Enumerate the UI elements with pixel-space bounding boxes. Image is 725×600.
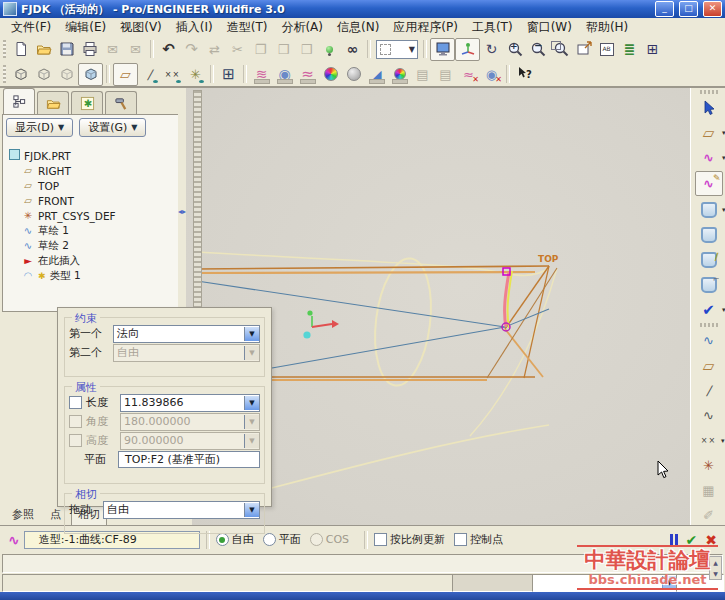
saved-analysis-pointer-icon[interactable]: ▤ [434, 64, 457, 85]
toolbar-drag-handle[interactable] [3, 65, 6, 83]
chevron-down-icon[interactable]: ▼ [244, 503, 259, 517]
tree-item-top[interactable]: ▱TOP [7, 178, 179, 193]
datum-planes-toggle-icon[interactable]: ▱ [113, 63, 138, 86]
first-constraint-select[interactable]: 法向▼ [113, 325, 260, 343]
folder-browser-tab[interactable] [37, 91, 69, 114]
control-points-checkbox[interactable]: 控制点 [454, 532, 503, 547]
section-curvature-icon[interactable]: ≈ [296, 64, 319, 85]
tree-item-insert-here[interactable]: ►在此插入 [7, 253, 179, 268]
menu-insert[interactable]: 插入(I) [169, 18, 220, 37]
datum-csys-toggle-icon[interactable]: ✳ [184, 64, 207, 85]
new-file-icon[interactable] [9, 39, 32, 60]
surface-trim-icon[interactable]: ∕ [696, 248, 722, 271]
delete-mesh-icon[interactable]: ◉✕ [480, 64, 503, 85]
tree-item-style-feature[interactable]: ◠✱类型 1 [7, 268, 179, 283]
style-surface-icon[interactable]: ▾ [696, 198, 722, 221]
print-icon[interactable] [78, 39, 101, 60]
menu-window[interactable]: 窗口(W) [520, 18, 579, 37]
saved-views-icon[interactable]: AB [595, 39, 618, 60]
datum-csys-icon[interactable]: ✳ [696, 454, 722, 477]
redo-icon[interactable]: ↷ [180, 39, 203, 60]
maximize-button[interactable]: □ [679, 1, 698, 17]
zoom-in-icon[interactable]: + [503, 39, 526, 60]
reflection-analysis-icon[interactable] [342, 64, 365, 85]
wireframe-icon[interactable] [9, 64, 32, 85]
dihedral-analysis-icon[interactable]: ◢ [365, 64, 388, 85]
mesh-analysis-icon[interactable]: ◉ [273, 64, 296, 85]
menu-applications[interactable]: 应用程序(P) [386, 18, 465, 37]
minimize-button[interactable]: _ [655, 1, 674, 17]
tree-item-sketch1[interactable]: ∿草绘 1 [7, 223, 179, 238]
toolbar-drag-handle[interactable] [3, 40, 6, 58]
menu-view[interactable]: 视图(V) [113, 18, 169, 37]
menu-file[interactable]: 文件(F) [4, 18, 58, 37]
datum-curve-icon[interactable]: ∿ [696, 404, 722, 427]
analysis-icon[interactable]: ▦ [696, 479, 722, 502]
tree-item-front[interactable]: ▱FRONT [7, 193, 179, 208]
refit-icon[interactable] [549, 39, 572, 60]
curvature-analysis-icon[interactable]: ≋ [250, 64, 273, 85]
menu-edit[interactable]: 编辑(E) [58, 18, 113, 37]
save-icon[interactable] [55, 39, 78, 60]
style-curve-icon[interactable]: ∿▾ [696, 146, 722, 169]
style-plane-icon[interactable]: ▱▾ [696, 121, 722, 144]
datum-points-toggle-icon[interactable]: ×× [161, 64, 184, 85]
tree-item-part[interactable]: FJDK.PRT [7, 148, 179, 163]
repaint-icon[interactable] [430, 38, 455, 61]
tree-item-csys[interactable]: ✳PRT_CSYS_DEF [7, 208, 179, 223]
menu-analysis[interactable]: 分析(A) [274, 18, 330, 37]
chevron-down-icon[interactable]: ▾ [721, 437, 725, 445]
menu-help[interactable]: 帮助(H) [579, 18, 635, 37]
length-select[interactable]: 11.839866▼ [120, 394, 260, 412]
gaussian-analysis-icon[interactable] [319, 64, 342, 85]
tree-item-right[interactable]: ▱RIGHT [7, 163, 179, 178]
menu-style[interactable]: 造型(T) [220, 18, 275, 37]
redo-all-icon[interactable]: ⇄ [203, 39, 226, 60]
shaded-icon[interactable] [78, 63, 103, 86]
display-button[interactable]: 显示(D)▼ [6, 118, 73, 137]
favorites-tab[interactable] [71, 91, 103, 114]
feature-requirements-icon[interactable]: ✐ [696, 504, 722, 527]
sash-arrows-icon[interactable]: ◂▸ [178, 208, 186, 216]
find-icon[interactable]: ∞ [341, 39, 364, 60]
plane-field[interactable]: TOP:F2 (基准平面) [118, 451, 260, 468]
zoom-out-icon[interactable]: − [526, 39, 549, 60]
selection-filter-combo[interactable]: ▼ [376, 40, 418, 59]
proportional-update-checkbox[interactable]: 按比例更新 [374, 532, 445, 547]
done-check-icon[interactable]: ✔▾ [696, 298, 722, 321]
datum-plane-icon[interactable]: ▱ [696, 354, 722, 377]
menu-info[interactable]: 信息(N) [330, 18, 386, 37]
connections-tab[interactable] [105, 91, 137, 114]
view-manager-icon[interactable]: ⊞ [641, 39, 664, 60]
orient-mode-icon[interactable]: ↻ [480, 39, 503, 60]
cut-icon[interactable]: ✂ [226, 39, 249, 60]
settings-button[interactable]: 设置(G)▼ [79, 118, 146, 137]
length-checkbox[interactable] [69, 396, 82, 409]
no-hidden-icon[interactable] [55, 64, 78, 85]
context-help-icon[interactable] [513, 64, 536, 85]
radio-free[interactable]: 自由 [216, 532, 254, 547]
paste-icon[interactable]: ❒ [272, 39, 295, 60]
datum-point-icon[interactable]: ××▾ [696, 429, 722, 452]
sketch-curve-icon[interactable]: ∿ [696, 329, 722, 352]
select-arrow-icon[interactable] [696, 96, 722, 119]
surface-connect-icon[interactable]: ⌐ [696, 273, 722, 296]
chevron-down-icon[interactable]: ▼ [244, 327, 259, 341]
delete-curvature-icon[interactable]: ≈✕ [457, 64, 480, 85]
spin-center-icon[interactable] [455, 38, 480, 61]
copy-icon[interactable]: ❐ [249, 39, 272, 60]
undo-icon[interactable]: ↶ [157, 39, 180, 60]
select-working-icon[interactable] [318, 39, 341, 60]
tab-references[interactable]: 参照 [6, 505, 40, 525]
send-mail-icon[interactable]: ✉ [101, 39, 124, 60]
grid-display-icon[interactable]: ⊞ [217, 64, 240, 85]
surface-edit-icon[interactable] [696, 223, 722, 246]
radio-plane[interactable]: 平面 [263, 532, 301, 547]
hidden-line-icon[interactable] [32, 64, 55, 85]
drag-select[interactable]: 自由▼ [103, 501, 260, 519]
datum-axes-toggle-icon[interactable]: ∕ [138, 64, 161, 85]
edit-curve-icon[interactable]: ∿✎ [695, 171, 723, 196]
paste-special-icon[interactable]: ❒ [295, 39, 318, 60]
model-tree-tab[interactable] [3, 88, 35, 114]
datum-axis-icon[interactable]: ∕ [696, 379, 722, 402]
